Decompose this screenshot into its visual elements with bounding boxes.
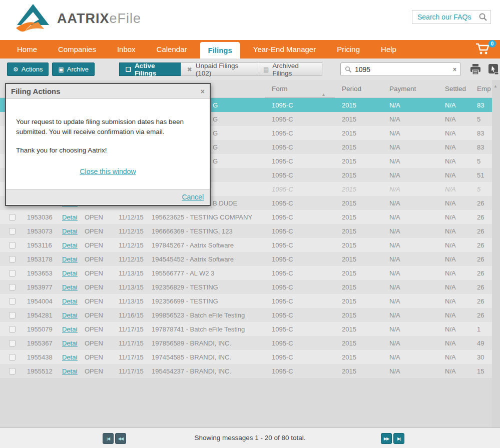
aatrix-logo[interactable]: AATRIXeFile [14, 3, 141, 34]
col-payment[interactable]: Payment [382, 85, 438, 92]
table-scrollbar[interactable]: ▲ [492, 80, 500, 428]
cell-emp: 26 [470, 228, 492, 235]
col-form[interactable]: Form ▲ [265, 80, 335, 98]
table-row[interactable]: 1953977DetailsOPEN11/13/15192356829 - TE… [0, 280, 492, 294]
nav-item-year-end-manager[interactable]: Year-End Manager [243, 40, 326, 58]
table-row[interactable]: 1955367DetailsOPEN11/17/15197856589 - BR… [0, 336, 492, 350]
cell-settled: N/A [438, 228, 470, 235]
company-fragment: B DUDE [213, 200, 237, 207]
table-row[interactable]: 1953653DetailsOPEN11/13/15195566777 - AL… [0, 266, 492, 280]
cell-period: 2015 [335, 130, 382, 137]
details-link[interactable]: Details [62, 298, 78, 305]
cell-date: 11/17/15 [112, 354, 145, 361]
scroll-up-icon[interactable]: ▲ [493, 84, 497, 88]
row-checkbox[interactable] [9, 242, 16, 248]
row-checkbox[interactable] [9, 270, 16, 276]
cell-filing-id: 1953178 [20, 256, 55, 263]
nav-item-home[interactable]: Home [7, 40, 48, 58]
details-link[interactable]: Details [62, 284, 78, 291]
cell-filing-id: 1955438 [20, 354, 55, 361]
row-checkbox[interactable] [9, 368, 16, 374]
close-icon[interactable]: × [201, 88, 205, 96]
table-row[interactable]: 1955438DetailsOPEN11/17/15197454585 - BR… [0, 350, 492, 364]
nav-item-filings[interactable]: Filings [200, 42, 239, 58]
modal-message-2: Thank you for choosing Aatrix! [16, 146, 200, 156]
actions-button[interactable]: ⚙ Actions [7, 62, 49, 76]
row-checkbox[interactable] [9, 228, 16, 234]
details-link[interactable]: Details [62, 242, 78, 249]
col-emp[interactable]: Emp [470, 85, 492, 92]
details-link[interactable]: Details [62, 228, 78, 235]
cell-filing-id: 1954281 [20, 312, 55, 319]
print-button[interactable] [469, 63, 482, 76]
row-checkbox[interactable] [9, 256, 16, 262]
cell-checkbox [0, 368, 20, 374]
nav-item-calendar[interactable]: Calendar [146, 40, 198, 58]
table-row[interactable]: 1954004DetailsOPEN11/13/15192356699 - TE… [0, 294, 492, 308]
details-link[interactable]: Details [62, 368, 78, 375]
col-period[interactable]: Period [335, 85, 382, 92]
search-icon[interactable] [478, 12, 487, 22]
details-link[interactable]: Details [62, 326, 78, 333]
table-row[interactable]: 1953178DetailsOPEN11/12/15194545452 - Aa… [0, 252, 492, 266]
tab-unpaid-filings[interactable]: ✖ Unpaid Filings (102) [181, 62, 257, 76]
cell-payment: N/A [382, 326, 438, 333]
table-row[interactable]: 1954281DetailsOPEN11/16/15199856523 - Ba… [0, 308, 492, 322]
cell-details-link: Details [55, 368, 78, 375]
table-row[interactable]: 1953073DetailsOPEN11/12/15196666369 - TE… [0, 224, 492, 238]
next-page-button[interactable]: ▶▶ [381, 433, 392, 444]
clear-search-icon[interactable]: × [453, 66, 456, 73]
col-settled[interactable]: Settled [438, 85, 470, 92]
close-this-window-link[interactable]: Close this window [80, 168, 136, 176]
table-row[interactable]: 1955079DetailsOPEN11/17/15197878741 - Ba… [0, 322, 492, 336]
tab-archived-filings[interactable]: ▤ Archived Filings [257, 62, 322, 76]
nav-item-help[interactable]: Help [370, 40, 407, 58]
table-row[interactable]: 1953036DetailsOPEN11/12/15195623625 - TE… [0, 210, 492, 224]
cell-company: 199856523 - Batch eFile Testing [145, 312, 265, 319]
pagination-footer: |◀ ◀◀ Showing messages 1 - 20 of 80 tota… [0, 428, 500, 448]
row-checkbox[interactable] [9, 326, 16, 332]
row-checkbox[interactable] [9, 214, 16, 220]
last-page-button[interactable]: ▶| [393, 433, 404, 444]
details-link[interactable]: Details [62, 214, 78, 221]
row-checkbox[interactable] [9, 312, 16, 318]
details-link[interactable]: Details [62, 340, 78, 347]
guide-button[interactable] [487, 63, 500, 76]
printer-icon [469, 63, 482, 76]
table-row[interactable]: 1955512DetailsOPEN11/17/15195454237 - BR… [0, 364, 492, 378]
cell-checkbox [0, 340, 20, 346]
cell-status: OPEN [78, 298, 112, 305]
details-link[interactable]: Details [62, 270, 78, 277]
table-row[interactable]: 1953116DetailsOPEN11/12/15197845267 - Aa… [0, 238, 492, 252]
details-link[interactable]: Details [62, 256, 78, 263]
row-checkbox[interactable] [9, 284, 16, 290]
details-link[interactable]: Details [62, 312, 78, 319]
nav-item-pricing[interactable]: Pricing [326, 40, 370, 58]
details-link[interactable]: Details [62, 354, 78, 361]
tab-active-filings[interactable]: ❏ Active Filings [119, 62, 181, 76]
cancel-link[interactable]: Cancel [182, 193, 204, 201]
cell-settled: N/A [438, 298, 470, 305]
cell-form: 1095-C [265, 326, 335, 333]
main-nav: Home Companies Inbox Calendar Filings Ye… [0, 40, 500, 58]
tab-active-filings-label: Active Filings [135, 62, 175, 77]
archive-button[interactable]: ▣ Archive [52, 62, 95, 76]
nav-item-inbox[interactable]: Inbox [107, 40, 146, 58]
cell-checkbox [0, 214, 20, 220]
cell-emp: 26 [470, 214, 492, 221]
row-checkbox[interactable] [9, 298, 16, 304]
cart-button[interactable]: 0 [475, 42, 493, 57]
cell-checkbox [0, 326, 20, 332]
row-checkbox[interactable] [9, 354, 16, 360]
cell-form: 1095-C [265, 214, 335, 221]
filings-search-input[interactable] [355, 66, 453, 74]
cell-company: 197454585 - BRANDI, INC. [145, 354, 265, 361]
row-checkbox[interactable] [9, 340, 16, 346]
faq-search-input[interactable] [417, 13, 478, 21]
cell-payment: N/A [382, 200, 438, 207]
aatrix-efile-page: AATRIXeFile Home Companies Inbox Calenda… [0, 0, 500, 448]
cell-emp: 26 [470, 200, 492, 207]
nav-item-companies[interactable]: Companies [48, 40, 107, 58]
modal-footer: Cancel [6, 189, 210, 204]
cell-emp: 49 [470, 340, 492, 347]
